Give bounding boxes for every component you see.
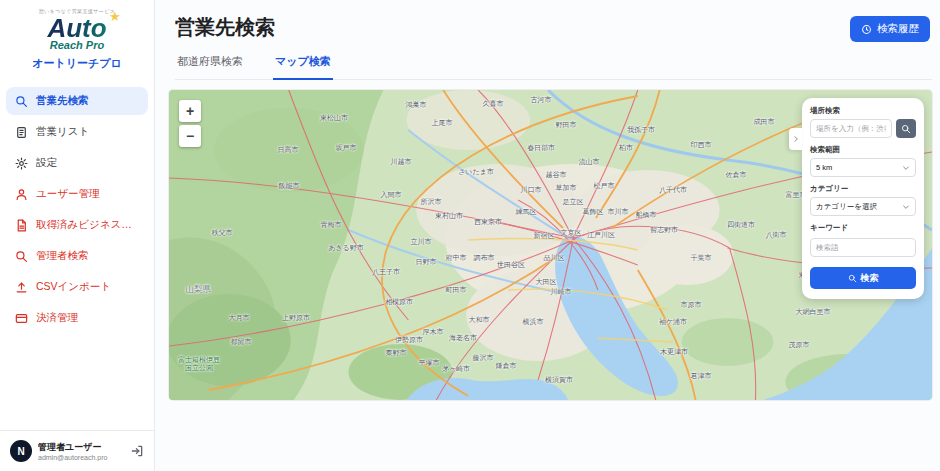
map-place-label: 富士箱根伊豆国立公園 — [177, 356, 221, 373]
user-name: 管理者ユーザー — [38, 441, 124, 454]
chevron-down-icon — [902, 203, 910, 211]
location-input[interactable] — [810, 119, 892, 138]
map-place-label: 日高市 — [278, 145, 299, 155]
panel-collapse-button[interactable] — [789, 128, 802, 150]
zoom-out-button[interactable]: − — [179, 125, 201, 147]
map-place-label: 八王子市 — [372, 267, 400, 277]
map-place-label: 大田区 — [536, 277, 557, 287]
card-icon — [15, 312, 28, 325]
map-place-label: さいたま市 — [458, 167, 494, 177]
user-email: admin@autoreach.pro — [38, 454, 124, 461]
map-place-label: 葛飾区 — [583, 207, 604, 217]
map-place-label: 八街市 — [766, 230, 787, 240]
map-place-label: 練馬区 — [516, 207, 537, 217]
logout-icon[interactable] — [130, 444, 144, 458]
map-place-label: 野田市 — [556, 120, 577, 130]
location-label: 場所検索 — [810, 106, 916, 116]
map-place-label: 飯能市 — [279, 181, 300, 191]
map[interactable]: 鴻巣市久喜市古河市東松山市上尾市野田市我孫子市成田市坂戸市川越市春日部市柏市印西… — [169, 90, 932, 400]
keyword-input[interactable] — [810, 238, 916, 257]
map-place-label: 東村山市 — [435, 211, 463, 221]
sidebar-item-7[interactable]: 決済管理 — [6, 304, 148, 332]
sidebar-item-1[interactable]: 営業リスト — [6, 118, 148, 146]
map-place-label: 日野市 — [416, 257, 437, 267]
sidebar-item-3[interactable]: ユーザー管理 — [6, 180, 148, 208]
search-button[interactable]: 検索 — [810, 267, 916, 289]
map-place-label: 都留市 — [231, 337, 252, 347]
tab-prefecture-search[interactable]: 都道府県検索 — [175, 54, 245, 79]
sidebar-item-2[interactable]: 設定 — [6, 149, 148, 177]
sidebar-item-label: CSVインポート — [36, 280, 111, 294]
map-place-label: 秦野市 — [386, 348, 407, 358]
sidebar-item-0[interactable]: 営業先検索 — [6, 87, 148, 115]
user-icon — [15, 188, 28, 201]
map-place-label: 習志野市 — [650, 225, 678, 235]
map-place-label: 西東京市 — [474, 217, 502, 227]
map-place-label: 平塚市 — [419, 358, 440, 368]
map-place-label: 世田谷区 — [497, 260, 525, 270]
tab-map-search[interactable]: マップ検索 — [273, 54, 333, 80]
map-place-label: 秩父市 — [212, 228, 233, 238]
tab-bar: 都道府県検索 マップ検索 — [175, 54, 932, 80]
sidebar-item-5[interactable]: 管理者検索 — [6, 242, 148, 270]
map-place-label: 春日部市 — [527, 143, 555, 153]
sidebar-item-label: 決済管理 — [36, 311, 78, 325]
map-place-label: 船橋市 — [636, 210, 657, 220]
app-name: オートリーチプロ — [6, 56, 148, 71]
map-place-label: 東松山市 — [320, 113, 348, 123]
map-place-label: 古河市 — [531, 95, 552, 105]
map-place-label: 立川市 — [411, 237, 432, 247]
category-select[interactable]: カテゴリーを選択 — [810, 197, 916, 216]
sidebar-item-label: 設定 — [36, 156, 57, 170]
map-place-label: 久喜市 — [483, 99, 504, 109]
clock-icon — [861, 24, 872, 35]
map-place-label: 厚木市 — [423, 327, 444, 337]
map-place-label: 大月市 — [229, 313, 250, 323]
zoom-in-button[interactable]: + — [179, 100, 201, 122]
map-place-label: 大網白里市 — [796, 307, 831, 317]
map-place-label: 川崎市 — [551, 287, 572, 297]
sidebar-item-4[interactable]: 取得済みビジネス一覧 — [6, 211, 148, 239]
map-search-panel: 場所検索 検索範囲 5 km カテゴリー カテゴリーを選択 キ — [802, 98, 924, 299]
main-content: 営業先検索 検索履歴 都道府県検索 マップ検索 — [155, 0, 940, 471]
sidebar-menu: 営業先検索営業リスト設定ユーザー管理取得済みビジネス一覧管理者検索CSVインポー… — [0, 83, 154, 430]
app-window: 想いをつなぐ営業支援サービス Auto ★ Reach Pro オートリーチプロ… — [0, 0, 940, 471]
map-place-label: 伊勢原市 — [395, 335, 423, 345]
star-icon: ★ — [109, 9, 121, 24]
map-place-label: 木更津市 — [660, 347, 688, 357]
sidebar-item-label: 管理者検索 — [36, 249, 89, 263]
page-title: 営業先検索 — [175, 14, 275, 41]
keyword-label: キーワード — [810, 223, 916, 233]
map-place-label: 藤沢市 — [473, 353, 494, 363]
map-place-label: 横須賀市 — [545, 375, 573, 385]
search-history-button[interactable]: 検索履歴 — [850, 16, 930, 42]
doc-icon — [15, 219, 28, 232]
map-place-label: 大和市 — [469, 315, 490, 325]
map-place-label: 山梨県 — [185, 284, 211, 296]
map-place-label: 上尾市 — [432, 118, 453, 128]
map-place-label: 相模原市 — [385, 297, 413, 307]
sidebar-item-6[interactable]: CSVインポート — [6, 273, 148, 301]
map-place-label: 佐倉市 — [726, 170, 747, 180]
map-place-label: 柏市 — [619, 143, 633, 153]
map-place-label: 品川区 — [544, 253, 565, 263]
location-search-button[interactable] — [896, 119, 916, 138]
map-place-label: 茅ヶ崎市 — [442, 364, 470, 374]
map-place-label: 入間市 — [381, 190, 402, 200]
radius-select[interactable]: 5 km — [810, 158, 916, 177]
map-place-label: 江戸川区 — [587, 230, 615, 240]
map-place-label: 新宿区 — [534, 231, 555, 241]
map-place-label: 所沢市 — [421, 197, 442, 207]
map-place-label: 市原市 — [681, 300, 702, 310]
upload-icon — [15, 281, 28, 294]
map-place-label: 調布市 — [474, 253, 495, 263]
map-place-label: 越谷市 — [546, 170, 567, 180]
search-icon — [848, 274, 857, 283]
map-place-label: 足立区 — [563, 197, 584, 207]
map-place-label: 鎌倉市 — [496, 361, 517, 371]
chevron-down-icon — [902, 164, 910, 172]
map-place-label: 川口市 — [521, 185, 542, 195]
map-place-label: 海老名市 — [449, 333, 477, 343]
map-place-label: 市川市 — [608, 207, 629, 217]
map-place-label: 成田市 — [754, 117, 775, 127]
